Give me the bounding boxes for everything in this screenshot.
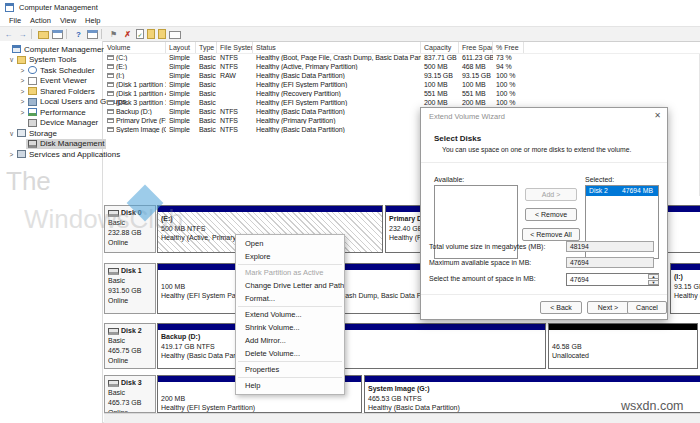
menu-item-properties[interactable]: Properties	[236, 363, 344, 376]
volume-icon	[107, 82, 114, 87]
menu-action[interactable]: Action	[30, 16, 51, 25]
volume-row-disk1p4[interactable]: (Disk 1 partition 4)SimpleBasicHealthy (…	[104, 89, 700, 98]
tree-item-shared-folders[interactable]: >Shared Folders	[19, 86, 97, 96]
menu-help[interactable]: Help	[85, 16, 100, 25]
disk-icon	[108, 268, 119, 275]
menu-item-change-drive-letter[interactable]: Change Drive Letter and Paths...	[236, 279, 344, 292]
selected-disk-item[interactable]: Disk 2 47694 MB	[586, 186, 658, 196]
volume-icon	[107, 73, 114, 78]
amount-spinbox[interactable]: 47694	[566, 273, 659, 286]
cell: Healthy (Primary Partition)	[253, 117, 421, 124]
partition-backup[interactable]: Backup (D:)419.17 GB NTFSHealthy (Basic …	[157, 323, 546, 369]
col-volume[interactable]: Volume	[104, 42, 166, 53]
cell: Basic	[196, 90, 217, 97]
cell: Healthy (Basic Data Partition)	[253, 108, 421, 115]
cell: Backup (D:)	[116, 108, 152, 115]
cell: (C:)	[116, 54, 127, 61]
back-icon[interactable]: ←	[3, 29, 14, 40]
col-pct-free[interactable]: % Free	[493, 42, 524, 53]
cancel-button[interactable]: Cancel	[627, 301, 667, 314]
spin-up-icon[interactable]: ▲	[648, 274, 659, 279]
menu-item-open[interactable]: Open	[236, 237, 344, 250]
partition-i[interactable]: (I:)93.15 GBHealthy (Basic Data Partitio…	[670, 263, 700, 314]
expander[interactable]: >	[19, 77, 26, 84]
flag-icon[interactable]: ⚑	[108, 29, 119, 40]
cell: (I:)	[116, 72, 124, 79]
col-free-space[interactable]: Free Space	[459, 42, 493, 53]
volume-row-i[interactable]: (I:)SimpleBasicRAWHealthy (Basic Data Pa…	[104, 71, 700, 80]
expander[interactable]: v	[8, 130, 15, 137]
tree-item-disk-management[interactable]: Disk Management	[19, 139, 106, 149]
cell: Simple	[166, 81, 196, 88]
cell: Basic	[196, 126, 217, 133]
expander[interactable]: >	[19, 67, 26, 74]
properties-window-icon[interactable]	[52, 30, 63, 39]
expander[interactable]: >	[19, 109, 26, 116]
back-button[interactable]: < Back	[540, 301, 582, 314]
event-log-icon	[28, 77, 37, 85]
toolbar-separator	[101, 29, 102, 39]
delete-volume-icon[interactable]: ✗	[122, 29, 133, 40]
next-button[interactable]: Next >	[587, 301, 629, 314]
menu-item-explore[interactable]: Explore	[236, 250, 344, 263]
remove-button[interactable]: < Remove	[525, 208, 577, 221]
check-doc-icon[interactable]: ✓	[136, 29, 144, 39]
cell: NTFS	[217, 126, 253, 133]
disk2-info[interactable]: Disk 2 Basic 465.75 GB Online	[104, 323, 156, 369]
close-icon[interactable]: ✕	[654, 111, 661, 120]
disk3-info[interactable]: Disk 3 Basic 465.73 GB Online	[104, 375, 156, 413]
max-space-label: Maximum available space in MB:	[429, 259, 531, 266]
menu-item-help[interactable]: Help	[236, 379, 344, 392]
window-icon[interactable]	[87, 30, 98, 39]
spin-down-icon[interactable]: ▼	[648, 280, 659, 285]
tree-item-storage[interactable]: vStorage	[8, 128, 59, 138]
help-icon[interactable]: ?	[73, 29, 84, 40]
show-tree-icon[interactable]	[38, 31, 49, 39]
cell: NTFS	[217, 63, 253, 70]
wizard-description: You can use space on one or more disks t…	[442, 146, 631, 153]
cell: 94 %	[493, 63, 524, 70]
tree-item-event-viewer[interactable]: >Event Viewer	[19, 76, 89, 86]
tree-item-performance[interactable]: >Performance	[19, 107, 88, 117]
cell: 100 %	[493, 99, 524, 106]
cell: Simple	[166, 63, 196, 70]
expander[interactable]: >	[19, 98, 26, 105]
wizard-title: Extend Volume Wizard	[429, 112, 505, 121]
col-file-system[interactable]: File System	[217, 42, 253, 53]
menu-item-delete-volume[interactable]: Delete Volume...	[236, 347, 344, 360]
volume-row-e[interactable]: (E:)SimpleBasicNTFSHealthy (Active, Prim…	[104, 62, 700, 71]
cell: Basic	[196, 108, 217, 115]
menu-file[interactable]: File	[9, 16, 21, 25]
tree-item-device-manager[interactable]: Device Manager	[19, 118, 100, 128]
expander[interactable]: >	[19, 88, 26, 95]
expander[interactable]: >	[8, 151, 15, 158]
menu-item-extend-volume[interactable]: Extend Volume...	[236, 308, 344, 321]
expander[interactable]: v	[8, 56, 15, 63]
col-layout[interactable]: Layout	[166, 42, 196, 53]
cell: Basic	[196, 72, 217, 79]
menu-view[interactable]: View	[60, 16, 76, 25]
volume-row-c[interactable]: (C:)SimpleBasicNTFSHealthy (Boot, Page F…	[104, 53, 700, 62]
partition-unallocated[interactable]: 46.58 GBUnallocated	[548, 323, 698, 369]
cell: 100 MB	[421, 81, 459, 88]
forward-icon[interactable]: →	[17, 29, 28, 40]
col-capacity[interactable]: Capacity	[421, 42, 459, 53]
cell: 93.15 GB	[421, 72, 459, 79]
menu-item-shrink-volume[interactable]: Shrink Volume...	[236, 321, 344, 334]
volume-row-disk1p1[interactable]: (Disk 1 partition 1)SimpleBasicHealthy (…	[104, 80, 700, 89]
screen-icon[interactable]	[169, 31, 181, 39]
menu-item-format[interactable]: Format...	[236, 292, 344, 305]
tree-item-services-and-applications[interactable]: >Services and Applications	[8, 149, 122, 159]
col-status[interactable]: Status	[253, 42, 421, 53]
col-type[interactable]: Type	[196, 42, 217, 53]
menu-item-add-mirror[interactable]: Add Mirror...	[236, 334, 344, 347]
remove-all-button[interactable]: < Remove All	[522, 228, 580, 241]
menu-separator	[238, 361, 342, 362]
volume-row-disk3p1[interactable]: (Disk 3 partition 1)SimpleBasicHealthy (…	[104, 98, 700, 107]
tree-item-system-tools[interactable]: vSystem Tools	[8, 55, 78, 65]
tree-item-task-scheduler[interactable]: >Task Scheduler	[19, 65, 97, 75]
find-doc-icon[interactable]	[158, 29, 166, 39]
new-doc-icon[interactable]	[147, 29, 155, 39]
disk1-info[interactable]: Disk 1 Basic 931.50 GB Online	[104, 263, 156, 314]
partition-system-image[interactable]: System Image (G:)465.53 GB NTFSHealthy (…	[364, 375, 700, 413]
